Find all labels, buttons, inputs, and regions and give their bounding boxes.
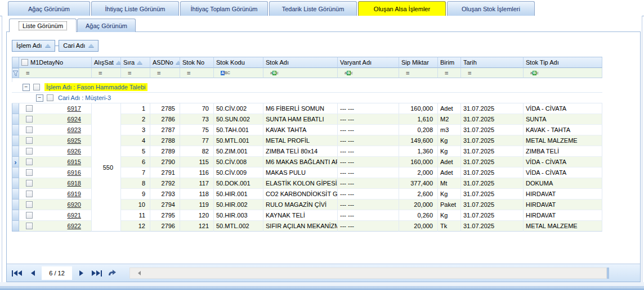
filter-equals-icon[interactable]: =: [157, 70, 160, 76]
row-checkbox[interactable]: [26, 169, 33, 176]
filter-abc-icon[interactable]: ABC: [221, 71, 230, 75]
row-checkbox[interactable]: [26, 105, 33, 112]
column-header-al-sat[interactable]: AlışSat: [92, 57, 121, 68]
refresh-button[interactable]: [106, 266, 119, 280]
row-indicator[interactable]: [12, 178, 19, 189]
filter-equals-icon[interactable]: =: [445, 70, 448, 76]
row-indicator[interactable]: [12, 210, 19, 221]
cell-birim: Adet: [438, 167, 461, 178]
filter-equals-icon[interactable]: =: [406, 70, 409, 76]
main-tab-3[interactable]: İhtiyaç Toplam Görünüm: [180, 1, 268, 16]
m1detayno-link[interactable]: 6919: [68, 191, 81, 197]
column-header-stok-tip-ad-[interactable]: Stok Tip Adı: [524, 57, 602, 68]
collapse-group-button[interactable]: −: [36, 94, 43, 102]
row-indicator[interactable]: [12, 114, 19, 125]
filter-cell-12[interactable]: aBc: [524, 68, 602, 78]
m1detayno-link[interactable]: 6920: [68, 201, 81, 208]
filter-cell-4[interactable]: =: [150, 68, 180, 78]
filter-cell-10[interactable]: =: [438, 68, 461, 78]
row-checkbox[interactable]: [26, 191, 33, 197]
row-checkbox[interactable]: [26, 223, 33, 229]
row-indicator[interactable]: [12, 125, 19, 135]
row-checkbox[interactable]: [26, 116, 33, 123]
column-header-varyant-ad-[interactable]: Varyant Adı: [338, 57, 399, 68]
horizontal-scrollbar[interactable]: [129, 268, 607, 279]
main-tab-2[interactable]: İhtiyaç Liste Görünüm: [91, 1, 179, 16]
cell-sip-miktar: 149,600: [399, 135, 438, 146]
cell-stok-no: 116: [180, 167, 214, 178]
column-header-s-ra[interactable]: Sıra: [121, 57, 150, 68]
row-indicator[interactable]: [12, 135, 19, 146]
select-all-checkbox[interactable]: [21, 59, 28, 66]
row-checkbox[interactable]: [26, 212, 33, 219]
refresh-icon: [108, 269, 118, 277]
filter-equals-icon[interactable]: =: [26, 70, 29, 76]
row-indicator[interactable]: [12, 189, 19, 200]
column-header-stok-kodu[interactable]: Stok Kodu: [214, 57, 263, 68]
cell-sip-miktar: 20,000: [399, 200, 438, 210]
m1detayno-link[interactable]: 6922: [68, 223, 81, 229]
filter-cell-3[interactable]: =: [121, 68, 150, 78]
filter-abc-icon[interactable]: aBc: [530, 71, 538, 75]
row-indicator[interactable]: [12, 200, 19, 210]
first-page-button[interactable]: [10, 266, 24, 280]
filter-equals-icon[interactable]: =: [99, 70, 102, 76]
row-indicator[interactable]: [12, 221, 19, 232]
column-header-tarih[interactable]: Tarih: [461, 57, 524, 68]
filter-abc-icon[interactable]: aBc: [345, 71, 352, 75]
filter-equals-icon[interactable]: =: [187, 70, 190, 76]
group-by-button-2[interactable]: Cari Adı: [59, 40, 99, 52]
collapse-group-button[interactable]: −: [23, 84, 30, 91]
row-indicator[interactable]: [12, 103, 19, 114]
view-tab-1[interactable]: Liste Görünüm: [9, 19, 77, 32]
column-header-sip-miktar[interactable]: Sip Miktar: [399, 57, 438, 68]
previous-page-button[interactable]: [26, 266, 39, 280]
m1detayno-link[interactable]: 6926: [68, 148, 81, 155]
row-indicator[interactable]: [12, 167, 19, 178]
filter-cell-8[interactable]: aBc: [338, 68, 399, 78]
filter-cell-7[interactable]: aBc: [263, 68, 338, 78]
main-tab-4[interactable]: Tedarik Liste Görünüm: [269, 1, 357, 16]
filter-cell-5[interactable]: =: [180, 68, 214, 78]
scroll-left-arrow-icon[interactable]: [138, 271, 141, 275]
filter-equals-icon[interactable]: =: [468, 70, 471, 76]
row-indicator[interactable]: [12, 146, 19, 157]
main-tab-5[interactable]: Oluşan Alsa İşlemler: [358, 1, 446, 16]
filter-cell-6[interactable]: ABC: [214, 68, 263, 78]
last-page-button[interactable]: [90, 266, 104, 280]
column-header-birim[interactable]: Birim: [438, 57, 461, 68]
row-checkbox[interactable]: [26, 201, 33, 208]
column-header-asdno[interactable]: ASDNo: [150, 57, 180, 68]
row-indicator[interactable]: ›: [12, 157, 19, 167]
next-page-button[interactable]: [74, 266, 88, 280]
m1detayno-link[interactable]: 6917: [68, 105, 81, 112]
m1detayno-link[interactable]: 6925: [68, 137, 81, 144]
main-tab-1[interactable]: Ağaç Görünüm: [8, 1, 90, 16]
m1detayno-link[interactable]: 6918: [68, 180, 81, 187]
filter-cell-9[interactable]: =: [399, 68, 438, 78]
filter-cell-1[interactable]: =: [19, 68, 92, 78]
m1detayno-link[interactable]: 6923: [68, 126, 81, 133]
column-header-m1detayno[interactable]: M1DetayNo: [19, 57, 92, 68]
row-checkbox[interactable]: [26, 158, 33, 165]
filter-equals-icon[interactable]: =: [128, 70, 131, 76]
main-tab-6[interactable]: Oluşan Stok İşlemleri: [447, 1, 535, 16]
group-checkbox[interactable]: [33, 84, 40, 90]
filter-funnel-icon[interactable]: [12, 70, 19, 76]
filter-cell-2[interactable]: =: [92, 68, 121, 78]
group-by-button-1[interactable]: İşlem Adı: [12, 40, 55, 52]
m1detayno-link[interactable]: 6921: [68, 212, 81, 219]
row-checkbox[interactable]: [26, 180, 33, 187]
column-header-stok-no[interactable]: Stok No: [180, 57, 214, 68]
row-checkbox[interactable]: [26, 137, 33, 144]
row-checkbox[interactable]: [26, 126, 33, 133]
row-checkbox[interactable]: [26, 148, 33, 155]
view-tab-2[interactable]: Ağaç Görünüm: [77, 19, 136, 32]
column-header-stok-ad-[interactable]: Stok Adı: [263, 57, 338, 68]
m1detayno-link[interactable]: 6916: [68, 169, 81, 176]
filter-cell-11[interactable]: =: [461, 68, 524, 78]
filter-abc-icon[interactable]: aBc: [270, 71, 278, 75]
group-checkbox[interactable]: [47, 94, 53, 101]
m1detayno-link[interactable]: 6924: [68, 116, 81, 123]
m1detayno-link[interactable]: 6915: [68, 158, 81, 165]
